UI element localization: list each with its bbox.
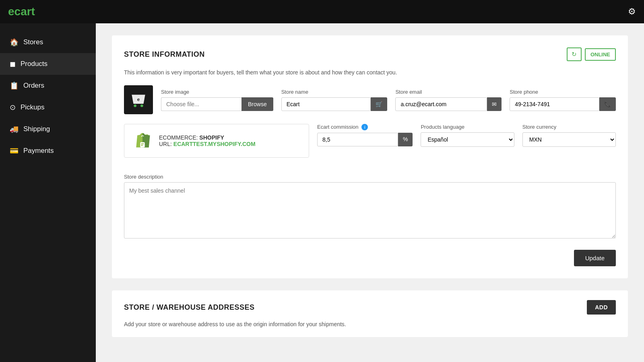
- store-phone-label: Store phone: [510, 89, 616, 95]
- sidebar-item-products[interactable]: ◼ Products: [0, 53, 96, 75]
- online-status-badge[interactable]: ONLINE: [585, 48, 616, 61]
- section-header: STORE INFORMATION ↻ ONLINE: [124, 47, 616, 61]
- choose-file-input[interactable]: [161, 97, 242, 111]
- store-email-icon-button[interactable]: ✉: [487, 97, 502, 111]
- orders-icon: 📋: [10, 81, 19, 90]
- svg-rect-6: [141, 143, 144, 144]
- store-name-icon-button[interactable]: 🛒: [371, 97, 387, 111]
- sidebar-item-label: Payments: [23, 147, 54, 155]
- sidebar-item-orders[interactable]: 📋 Orders: [0, 75, 96, 97]
- store-email-input[interactable]: [395, 97, 487, 111]
- store-currency-label: Store currency: [522, 124, 616, 130]
- warehouse-section: STORE / WAREHOUSE ADDRESSES ADD Add your…: [112, 290, 628, 337]
- section-description: This information is very important for b…: [124, 69, 616, 76]
- home-icon: 🏠: [10, 38, 19, 47]
- sidebar-item-pickups[interactable]: ⊙ Pickups: [0, 97, 96, 118]
- shopify-url: ECARTTEST.MYSHOPIFY.COM: [173, 141, 256, 147]
- store-logo-preview: e: [124, 85, 153, 114]
- main-layout: 🏠 Stores ◼ Products 📋 Orders ⊙ Pickups 🚚…: [0, 23, 644, 362]
- shopify-logo-icon: [132, 131, 153, 151]
- add-address-button[interactable]: ADD: [587, 300, 616, 315]
- payments-icon: 💳: [10, 146, 19, 155]
- settings-icon[interactable]: ⚙: [628, 6, 636, 17]
- store-image-label: Store image: [161, 89, 273, 95]
- commission-input[interactable]: [317, 133, 398, 146]
- section-title: STORE INFORMATION: [124, 50, 205, 59]
- pickups-icon: ⊙: [10, 103, 16, 112]
- sidebar-item-label: Orders: [23, 82, 44, 90]
- shopify-integration-banner: ECOMMERCE: SHOPIFY URL: ECARTTEST.MYSHOP…: [124, 124, 309, 158]
- sidebar-item-label: Stores: [23, 38, 43, 46]
- store-logo-svg: e: [128, 90, 149, 110]
- store-email-input-group: ✉: [395, 97, 502, 111]
- file-input-group: Browse: [161, 97, 273, 111]
- sidebar-item-label: Pickups: [21, 103, 45, 111]
- store-description-textarea[interactable]: [124, 182, 616, 239]
- commission-input-group: %: [317, 133, 413, 146]
- store-description-group: Store description: [124, 174, 616, 240]
- commission-language-currency-row: Ecart commission i % Products language E…: [317, 124, 616, 166]
- url-label: URL: ECARTTEST.MYSHOPIFY.COM: [159, 141, 256, 147]
- app-logo: ecart: [8, 5, 35, 18]
- update-row: Update: [124, 250, 616, 266]
- products-language-group: Products language Español English França…: [421, 124, 514, 166]
- store-phone-icon-button[interactable]: 📞: [599, 97, 616, 111]
- sidebar-item-label: Shipping: [23, 125, 50, 133]
- store-currency-group: Store currency MXN USD EUR GBP: [522, 124, 616, 166]
- store-email-label: Store email: [395, 89, 502, 95]
- products-language-select[interactable]: Español English Français Português: [421, 132, 514, 147]
- store-info-section: STORE INFORMATION ↻ ONLINE This informat…: [112, 35, 628, 278]
- store-email-group: Store email ✉: [395, 89, 502, 111]
- products-icon: ◼: [10, 60, 16, 68]
- store-phone-group: Store phone 📞: [510, 89, 616, 111]
- store-phone-input[interactable]: [510, 97, 599, 111]
- warehouse-section-title: STORE / WAREHOUSE ADDRESSES: [124, 303, 255, 312]
- warehouse-header: STORE / WAREHOUSE ADDRESSES ADD: [124, 300, 616, 315]
- store-image-row: e Store image Browse Store name: [124, 85, 616, 114]
- integration-text: ECOMMERCE: SHOPIFY URL: ECARTTEST.MYSHOP…: [159, 134, 256, 147]
- commission-group: Ecart commission i %: [317, 124, 413, 166]
- store-description-label: Store description: [124, 174, 616, 180]
- warehouse-description: Add your store or warehouse address to u…: [124, 321, 616, 327]
- header-actions: ↻ ONLINE: [567, 47, 616, 61]
- integration-and-fields-row: ECOMMERCE: SHOPIFY URL: ECARTTEST.MYSHOP…: [124, 124, 616, 166]
- topbar: ecart ⚙: [0, 0, 644, 23]
- sidebar-item-payments[interactable]: 💳 Payments: [0, 140, 96, 162]
- image-upload-group: Store image Browse: [161, 89, 273, 111]
- refresh-button[interactable]: ↻: [567, 47, 582, 61]
- svg-point-2: [134, 105, 136, 107]
- commission-label: Ecart commission i: [317, 124, 413, 130]
- svg-text:e: e: [137, 97, 140, 102]
- sidebar-item-shipping[interactable]: 🚚 Shipping: [0, 118, 96, 140]
- products-language-label: Products language: [421, 124, 514, 130]
- sidebar: 🏠 Stores ◼ Products 📋 Orders ⊙ Pickups 🚚…: [0, 23, 96, 362]
- store-phone-input-group: 📞: [510, 97, 616, 111]
- shipping-icon: 🚚: [10, 125, 19, 134]
- sidebar-item-label: Products: [21, 60, 47, 68]
- logo-highlight: e: [8, 5, 14, 18]
- commission-percent-label: %: [398, 133, 413, 146]
- svg-rect-7: [141, 145, 142, 146]
- commission-info-icon[interactable]: i: [361, 124, 368, 130]
- update-button[interactable]: Update: [574, 250, 616, 266]
- sidebar-item-stores[interactable]: 🏠 Stores: [0, 31, 96, 53]
- store-name-label: Store name: [281, 89, 388, 95]
- content-area: STORE INFORMATION ↻ ONLINE This informat…: [96, 23, 644, 362]
- ecommerce-label: ECOMMERCE: SHOPIFY: [159, 134, 256, 141]
- svg-point-3: [140, 105, 143, 107]
- store-name-input[interactable]: [281, 97, 371, 111]
- store-currency-select[interactable]: MXN USD EUR GBP: [522, 132, 616, 147]
- store-name-group: Store name 🛒: [281, 89, 388, 111]
- logo-suffix: cart: [14, 5, 35, 18]
- browse-button[interactable]: Browse: [242, 97, 273, 111]
- store-name-input-group: 🛒: [281, 97, 388, 111]
